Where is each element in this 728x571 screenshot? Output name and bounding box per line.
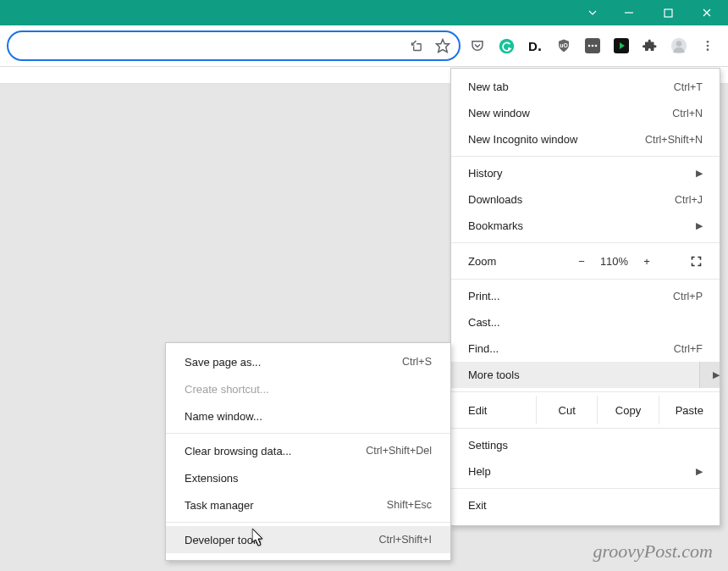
submenu-clear-browsing-data[interactable]: Clear browsing data...Ctrl+Shift+Del <box>166 437 450 464</box>
menu-edit-row: Edit Cut Copy Paste <box>451 396 720 424</box>
ublock-icon[interactable]: uO <box>555 37 572 54</box>
svg-rect-1 <box>665 9 672 17</box>
chevron-right-icon: ▶ <box>696 466 703 477</box>
extension-icons: D. uO <box>469 37 721 54</box>
darkreader-icon[interactable]: D. <box>527 37 543 54</box>
address-bar[interactable] <box>7 30 461 61</box>
menu-separator <box>451 488 720 489</box>
grammarly-icon[interactable] <box>498 37 515 54</box>
fullscreen-button[interactable] <box>684 255 708 268</box>
chevron-right-icon: ▶ <box>696 168 703 179</box>
menu-separator <box>451 156 720 157</box>
zoom-value: 110% <box>600 255 628 268</box>
menu-zoom-row: Zoom − 110% + <box>451 247 720 275</box>
zoom-label: Zoom <box>468 255 544 268</box>
svg-point-8 <box>588 45 591 47</box>
kebab-menu-icon[interactable] <box>699 37 716 54</box>
chevron-right-icon: ▶ <box>713 369 720 380</box>
submenu-save-page[interactable]: Save page as...Ctrl+S <box>166 348 450 375</box>
chrome-main-menu: New tabCtrl+T New windowCtrl+N New Incog… <box>450 68 720 526</box>
menu-separator <box>451 391 720 392</box>
edit-cut-button[interactable]: Cut <box>536 396 597 424</box>
menu-downloads[interactable]: DownloadsCtrl+J <box>451 186 720 213</box>
submenu-developer-tools[interactable]: Developer toolsCtrl+Shift+I <box>166 526 450 553</box>
watermark-text: groovyPost.com <box>593 541 713 563</box>
menu-settings[interactable]: Settings <box>451 432 720 458</box>
menu-more-tools[interactable]: More tools▶ <box>451 362 720 388</box>
menu-separator <box>451 242 720 243</box>
zoom-in-button[interactable]: + <box>643 255 650 268</box>
menu-help[interactable]: Help▶ <box>451 458 720 485</box>
submenu-create-shortcut: Create shortcut... <box>166 375 450 402</box>
menu-exit[interactable]: Exit <box>451 492 720 518</box>
svg-text:uO: uO <box>560 42 567 48</box>
submenu-name-window[interactable]: Name window... <box>166 402 450 430</box>
profile-avatar-icon[interactable] <box>670 37 687 54</box>
menu-new-window[interactable]: New windowCtrl+N <box>451 100 720 126</box>
window-maximize-button[interactable] <box>648 0 687 25</box>
edit-label: Edit <box>451 396 536 424</box>
star-icon[interactable] <box>435 38 450 53</box>
svg-point-16 <box>707 45 709 47</box>
menu-print[interactable]: Print...Ctrl+P <box>451 283 720 309</box>
menu-separator <box>166 433 450 434</box>
window-titlebar <box>0 0 728 25</box>
window-close-button[interactable] <box>687 0 726 25</box>
edit-paste-button[interactable]: Paste <box>659 396 720 424</box>
pocket-icon[interactable] <box>469 37 486 54</box>
zoom-out-button[interactable]: − <box>578 255 585 268</box>
submenu-task-manager[interactable]: Task managerShift+Esc <box>166 491 450 518</box>
menu-separator <box>166 522 450 523</box>
menu-separator <box>451 279 720 280</box>
more-tools-submenu: Save page as...Ctrl+S Create shortcut...… <box>165 342 451 561</box>
extension-icon-grid[interactable] <box>584 37 601 54</box>
menu-cast[interactable]: Cast... <box>451 309 720 335</box>
menu-new-tab[interactable]: New tabCtrl+T <box>451 74 720 100</box>
chevron-right-icon: ▶ <box>696 220 703 231</box>
menu-bookmarks[interactable]: Bookmarks▶ <box>451 213 720 239</box>
svg-point-10 <box>595 45 598 47</box>
svg-marker-4 <box>437 40 449 53</box>
menu-find[interactable]: Find...Ctrl+F <box>451 335 720 362</box>
menu-history[interactable]: History▶ <box>451 160 720 186</box>
submenu-extensions[interactable]: Extensions <box>166 464 450 491</box>
svg-point-17 <box>707 48 709 51</box>
svg-point-9 <box>592 45 594 47</box>
menu-separator <box>451 428 720 429</box>
share-icon[interactable] <box>408 38 423 53</box>
extension-icon-play[interactable] <box>613 37 630 54</box>
extensions-puzzle-icon[interactable] <box>642 37 659 54</box>
svg-point-14 <box>676 41 682 47</box>
svg-point-15 <box>707 41 709 43</box>
tab-search-button[interactable] <box>576 0 609 25</box>
menu-new-incognito[interactable]: New Incognito windowCtrl+Shift+N <box>451 126 720 152</box>
window-minimize-button[interactable] <box>609 0 648 25</box>
edit-copy-button[interactable]: Copy <box>597 396 658 424</box>
browser-toolbar: D. uO <box>0 25 728 67</box>
